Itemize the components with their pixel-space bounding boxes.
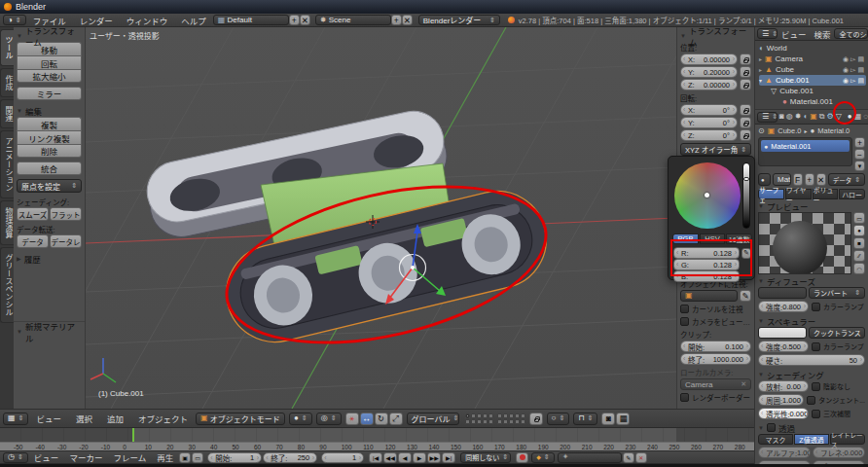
add-slot-button[interactable]: + xyxy=(854,137,865,148)
viewport-editor-selector[interactable]: ▦⇕ xyxy=(3,413,28,425)
layer-cell[interactable] xyxy=(509,419,514,424)
timeline-editor-selector[interactable]: ◷⇕ xyxy=(3,452,28,463)
physics-tab-icon[interactable]: ◌ xyxy=(863,113,868,121)
type-tab-halo[interactable]: ハロー xyxy=(839,189,865,199)
diffuse-panel-header[interactable]: ▼ディフューズ xyxy=(755,274,868,287)
screen-add-button[interactable]: + xyxy=(289,15,300,25)
insert-keyframe-button[interactable]: ✎ xyxy=(623,452,634,463)
lock-time-button[interactable]: ▭ xyxy=(192,452,203,463)
timeline-menu-view[interactable]: ビュー xyxy=(29,451,64,463)
rotate-manipulator-button[interactable]: ↻ xyxy=(375,413,388,425)
menu-render[interactable]: レンダー xyxy=(73,15,120,26)
jump-to-start-button[interactable]: |◀ xyxy=(369,452,382,463)
pin-icon[interactable]: ⊙ xyxy=(758,127,765,135)
diffuse-shader-dropdown[interactable]: ランバート⇕ xyxy=(809,287,865,299)
clip-end-field[interactable]: 終了:1000.000 xyxy=(680,353,751,365)
selectability-icon[interactable]: ▻ xyxy=(850,66,855,74)
add-menu[interactable]: 追加 xyxy=(100,413,130,424)
specular-shader-dropdown[interactable]: クックトランス⇕ xyxy=(809,327,865,339)
jump-to-end-button[interactable]: ▶| xyxy=(442,452,455,463)
object-tab-icon[interactable]: ▣ xyxy=(810,113,817,121)
diffuse-color-swatch[interactable] xyxy=(758,287,807,299)
renderability-icon[interactable]: ▤ xyxy=(857,55,864,63)
menu-help[interactable]: ヘルプ xyxy=(174,15,213,26)
lock-object-field[interactable]: ▣ xyxy=(680,290,738,302)
diffuse-ramp-checkbox[interactable] xyxy=(812,303,820,311)
shade-flat-button[interactable]: フラット xyxy=(50,207,82,221)
mirror-button[interactable]: ミラー xyxy=(17,87,82,100)
scene-selector[interactable]: ✸ Scene xyxy=(315,15,391,25)
preview-panel-header[interactable]: ▼プレビュー xyxy=(755,199,868,212)
scale-manipulator-button[interactable]: ⤢ xyxy=(389,413,403,425)
timeline-menu-playback[interactable]: 再生 xyxy=(152,451,178,463)
type-tab-surface[interactable]: サーフェ xyxy=(758,189,784,199)
scene-tab-icon[interactable]: ✸ xyxy=(795,113,802,121)
outliner-menu-view[interactable]: ビュー xyxy=(778,28,811,40)
operator-redo-panel-header[interactable]: ▼新規マテリアル xyxy=(17,325,82,338)
transparency-tab-ztransp[interactable]: Z値透過 xyxy=(794,434,829,445)
manipulator-toggle-button[interactable]: ⚹ xyxy=(345,413,359,425)
shading-dropdown[interactable]: ●⇕ xyxy=(289,413,312,425)
fresnel-field[interactable]: フレネ:0.000 xyxy=(813,447,865,458)
visibility-icon[interactable]: ◉ xyxy=(843,66,849,74)
value-slider[interactable] xyxy=(742,162,750,229)
outliner-filter-dropdown[interactable]: 全てのシーン⇕ xyxy=(834,28,868,39)
timeline-ruler[interactable]: -50-40-30-20-100102030405060708090100110… xyxy=(0,442,754,450)
layer-cell[interactable] xyxy=(503,419,508,424)
preview-sky-button[interactable]: ◠ xyxy=(853,263,865,274)
opengl-render-button[interactable]: ◙ xyxy=(601,413,615,425)
opengl-render-anim-button[interactable]: ▦ xyxy=(616,413,630,425)
data-layout-transfer-button[interactable]: データレ xyxy=(50,234,82,248)
duplicate-linked-button[interactable]: リンク複製 xyxy=(17,130,82,144)
preview-cube-button[interactable]: ■ xyxy=(853,237,865,249)
history-panel-header[interactable]: ▶履歴 xyxy=(17,252,82,265)
timeline-track[interactable] xyxy=(0,428,754,442)
lock-icon[interactable] xyxy=(740,79,751,90)
texture-tab-icon[interactable]: ▦ xyxy=(854,113,862,121)
specular-panel-header[interactable]: ▼スペキュラー xyxy=(755,314,868,327)
specular-color-swatch[interactable] xyxy=(758,327,807,339)
rotation-z-field[interactable]: Z:0° xyxy=(680,129,738,141)
visibility-icon[interactable]: ◉ xyxy=(843,77,849,85)
layer-cell[interactable] xyxy=(515,419,520,424)
play-reverse-button[interactable]: ◀ xyxy=(398,452,412,463)
sync-dropdown[interactable]: 同期しない⇕ xyxy=(460,452,511,463)
set-origin-dropdown[interactable]: 原点を設定⇕ xyxy=(17,179,82,193)
emit-field[interactable]: 放射:0.00 xyxy=(758,380,809,392)
tangent-shading-checkbox[interactable] xyxy=(807,396,815,405)
remove-slot-button[interactable]: − xyxy=(854,149,865,160)
slot-specials-button[interactable]: ▼ xyxy=(854,161,865,171)
layer-cell[interactable] xyxy=(509,413,514,418)
red-field[interactable]: R:0.128 xyxy=(673,247,740,259)
transparency-tab-raytrace[interactable]: レイトレース xyxy=(830,434,865,445)
join-button[interactable]: 統合 xyxy=(17,162,82,175)
translucency-field[interactable]: 透光性:0.000 xyxy=(758,408,809,419)
layer-cell[interactable] xyxy=(488,419,493,424)
transform-panel-header[interactable]: ▼トランスフォーム xyxy=(17,29,82,42)
shade-smooth-button[interactable]: スムーズ xyxy=(17,207,49,221)
proportional-edit-dropdown[interactable]: ○⇕ xyxy=(547,413,570,425)
ambient-field[interactable]: 周囲:1.000 xyxy=(758,394,804,406)
scene-delete-button[interactable]: ✕ xyxy=(402,15,413,25)
rotation-y-field[interactable]: Y:0° xyxy=(680,117,738,128)
current-frame-field[interactable]: 1 xyxy=(321,452,364,463)
end-frame-field[interactable]: 終了:250 xyxy=(263,452,317,463)
constraints-tab-icon[interactable]: ⧉ xyxy=(819,113,825,121)
visibility-icon[interactable]: ◉ xyxy=(843,55,849,63)
picker-tab-hsv[interactable]: HSV xyxy=(700,234,726,244)
clip-start-field[interactable]: 開始:0.100 xyxy=(680,341,751,352)
mode-dropdown[interactable]: ▣ オブジェクトモード⇕ xyxy=(196,413,285,425)
translate-manipulator-button[interactable]: ↔ xyxy=(360,413,374,425)
outliner-row-cube001-data[interactable]: ▽Cube.001 xyxy=(759,86,866,96)
delete-keyframe-button[interactable]: ✕ xyxy=(635,452,647,463)
tab-create[interactable]: 作成 xyxy=(0,68,14,97)
rotate-button[interactable]: 回転 xyxy=(17,55,82,69)
npanel-transform-header[interactable]: ▼トランスフォーム xyxy=(680,29,751,42)
transparency-tab-mask[interactable]: マスク xyxy=(758,434,793,445)
selectability-icon[interactable]: ▻ xyxy=(850,77,855,85)
render-engine-selector[interactable]: Blenderレンダー⇕ xyxy=(418,15,500,25)
select-menu[interactable]: 選択 xyxy=(69,413,99,424)
layer-cell[interactable] xyxy=(521,419,525,424)
shading-panel-header[interactable]: ▼シェーディング xyxy=(755,368,868,380)
location-x-field[interactable]: X:0.00000 xyxy=(680,54,738,65)
